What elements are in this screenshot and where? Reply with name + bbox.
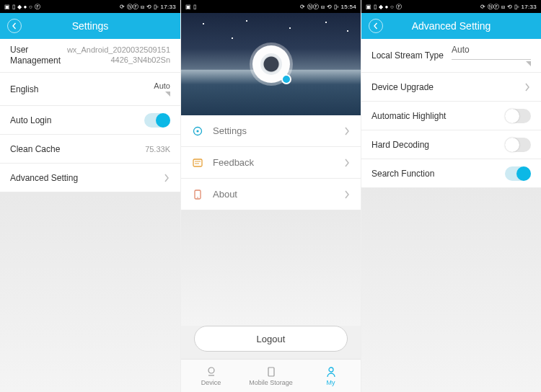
search-function-switch[interactable] <box>505 166 531 181</box>
empty-area <box>181 210 361 326</box>
svg-rect-6 <box>268 368 274 376</box>
camera-icon <box>260 53 282 75</box>
language-row[interactable]: English Auto <box>0 73 180 106</box>
device-icon <box>205 366 218 378</box>
empty-area <box>0 192 180 392</box>
header-title: Advanced Setting <box>412 20 491 32</box>
menu-about[interactable]: About <box>181 179 361 210</box>
empty-area <box>361 188 541 392</box>
clean-cache-label: Clean Cache <box>10 144 60 154</box>
chevron-right-icon <box>343 126 351 136</box>
tab-device-label: Device <box>201 379 221 386</box>
about-icon <box>191 188 204 201</box>
settings-list: User Management wx_Android_2020032509151… <box>0 39 180 192</box>
screen-my: ▣ ▯ ⟳ ⓃⒻ ⧈ ⟲ ▯▫ 15:54 Settings Feedb <box>180 0 361 392</box>
local-stream-value: Auto <box>452 45 470 55</box>
tab-my[interactable]: My <box>301 360 361 392</box>
storage-icon <box>266 366 276 378</box>
chevron-right-icon <box>524 82 531 92</box>
svg-point-7 <box>329 368 333 372</box>
svg-rect-2 <box>193 159 202 166</box>
chevron-right-icon <box>343 190 351 200</box>
dropdown-icon <box>526 61 531 66</box>
user-management-value1: wx_Android_2020032509151 <box>67 45 170 55</box>
header-title: Settings <box>72 20 109 32</box>
back-button[interactable] <box>7 19 22 33</box>
user-icon <box>326 366 336 378</box>
gear-icon <box>191 125 204 138</box>
status-left: ▣ ▯ ◆ ● ○ Ⓕ <box>4 3 40 11</box>
back-button[interactable] <box>369 19 383 33</box>
profile-hero <box>181 13 361 115</box>
chevron-left-icon <box>11 22 18 30</box>
menu-settings[interactable]: Settings <box>181 115 361 147</box>
auto-login-switch[interactable] <box>144 113 170 128</box>
clean-cache-value: 75.33K <box>145 145 170 153</box>
advanced-setting-label: Advanced Setting <box>10 173 78 183</box>
auto-login-label: Auto Login <box>10 115 51 125</box>
advanced-setting-row[interactable]: Advanced Setting <box>0 164 180 192</box>
svg-point-5 <box>208 368 214 373</box>
tab-my-label: My <box>327 379 335 386</box>
status-bar: ▣ ▯ ◆ ● ○ Ⓕ ⟳ ⓃⒻ ⧈ ⟲ ▯▫ 17:33 <box>361 0 541 13</box>
status-left: ▣ ▯ <box>185 4 196 10</box>
tab-device[interactable]: Device <box>181 360 241 392</box>
menu-about-label: About <box>213 189 237 200</box>
clean-cache-row[interactable]: Clean Cache 75.33K <box>0 135 180 164</box>
header-bar: Settings <box>0 13 180 39</box>
menu-feedback-label: Feedback <box>213 157 254 168</box>
screen-settings: ▣ ▯ ◆ ● ○ Ⓕ ⟳ ⓃⒻ ⧈ ⟲ ▯▫ 17:33 Settings U… <box>0 0 180 392</box>
dropdown-icon <box>165 92 170 97</box>
hard-decoding-row: Hard Decoding <box>361 130 541 159</box>
status-right: ⟳ ⓃⒻ ⧈ ⟲ ▯▫ 17:33 <box>480 3 537 11</box>
verified-badge-icon <box>281 74 291 84</box>
device-upgrade-label: Device Upgrade <box>371 82 434 92</box>
user-management-value2: 4426_3N4b02Sn <box>67 55 170 66</box>
chevron-left-icon <box>372 22 379 30</box>
status-left: ▣ ▯ ◆ ● ○ Ⓕ <box>366 3 402 11</box>
hard-decoding-switch[interactable] <box>505 138 531 152</box>
chevron-right-icon <box>163 173 170 183</box>
hard-decoding-label: Hard Decoding <box>371 140 429 150</box>
menu-feedback[interactable]: Feedback <box>181 147 361 179</box>
status-bar: ▣ ▯ ◆ ● ○ Ⓕ ⟳ ⓃⒻ ⧈ ⟲ ▯▫ 17:33 <box>0 0 180 13</box>
language-value: Auto <box>154 81 170 90</box>
advanced-list: Local Stream Type Auto Device Upgrade Au… <box>361 39 541 188</box>
tab-storage[interactable]: Mobile Storage <box>241 360 301 392</box>
search-function-row: Search Function <box>361 159 541 188</box>
screen-advanced: ▣ ▯ ◆ ● ○ Ⓕ ⟳ ⓃⒻ ⧈ ⟲ ▯▫ 17:33 Advanced S… <box>361 0 541 392</box>
local-stream-label: Local Stream Type <box>371 50 444 61</box>
chevron-right-icon <box>343 158 351 168</box>
auto-highlight-row: Automatic Highlight <box>361 102 541 130</box>
user-management-row[interactable]: User Management wx_Android_2020032509151… <box>0 39 180 73</box>
auto-login-row: Auto Login <box>0 106 180 135</box>
status-right: ⟳ ⓃⒻ ⧈ ⟲ ▯▫ 17:33 <box>120 3 176 11</box>
auto-highlight-label: Automatic Highlight <box>371 111 446 121</box>
header-bar: Advanced Setting <box>361 13 541 39</box>
feedback-icon <box>191 156 204 169</box>
search-function-label: Search Function <box>371 169 434 179</box>
device-upgrade-row[interactable]: Device Upgrade <box>361 73 541 102</box>
tab-storage-label: Mobile Storage <box>249 379 293 386</box>
status-right: ⟳ ⓃⒻ ⧈ ⟲ ▯▫ 15:54 <box>300 3 356 11</box>
status-bar: ▣ ▯ ⟳ ⓃⒻ ⧈ ⟲ ▯▫ 15:54 <box>181 0 361 13</box>
avatar[interactable] <box>252 45 290 83</box>
logout-button[interactable]: Logout <box>194 326 348 352</box>
my-menu: Settings Feedback About <box>181 115 361 210</box>
user-management-label: User Management <box>10 45 67 66</box>
logout-label: Logout <box>257 334 286 344</box>
menu-settings-label: Settings <box>213 125 247 136</box>
auto-highlight-switch[interactable] <box>505 109 531 123</box>
svg-point-4 <box>197 197 198 198</box>
language-label: English <box>10 84 38 94</box>
local-stream-row[interactable]: Local Stream Type Auto <box>361 39 541 73</box>
tab-bar: Device Mobile Storage My <box>181 359 361 392</box>
svg-point-1 <box>196 130 198 132</box>
